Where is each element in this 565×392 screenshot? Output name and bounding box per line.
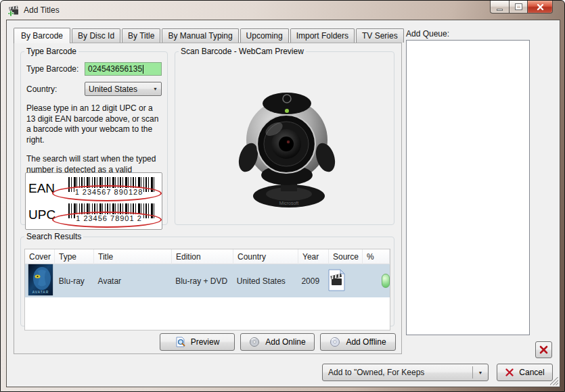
- search-results-group: Search Results Cover Type Title Edition …: [20, 232, 394, 326]
- result-type: Blu-ray: [55, 276, 94, 286]
- window-title: Add Titles: [24, 5, 60, 15]
- tab-tv-series[interactable]: TV Series: [356, 28, 404, 43]
- red-x-icon: [539, 345, 549, 355]
- add-online-icon: [249, 337, 261, 347]
- window-controls: [490, 1, 553, 14]
- tabstrip: By Barcode By Disc Id By Title By Manual…: [14, 28, 405, 43]
- tab-by-disc-id[interactable]: By Disc Id: [72, 28, 120, 43]
- add-offline-button-label: Add Offline: [346, 337, 386, 347]
- cancel-x-icon: [505, 368, 514, 377]
- movie-source-icon: [327, 269, 346, 291]
- add-to-list-label: Add to "Owned, For Keeps: [323, 368, 472, 377]
- type-barcode-group: Type Barcode Type Barcode: 024543656135 …: [20, 47, 168, 225]
- tab-import-folders[interactable]: Import Folders: [290, 28, 355, 43]
- search-results-list: Cover Type Title Edition Country Year So…: [24, 249, 390, 330]
- webcam-preview-group: Scan Barcode - WebCam Preview: [175, 47, 394, 225]
- resize-grip[interactable]: [550, 377, 558, 385]
- webcam-group-title: Scan Barcode - WebCam Preview: [179, 47, 306, 56]
- result-title: Avatar: [94, 276, 172, 286]
- chevron-down-icon: ▼: [153, 87, 158, 91]
- type-barcode-group-title: Type Barcode: [24, 47, 78, 56]
- add-queue-label: Add Queue:: [406, 29, 449, 39]
- maximize-icon: [516, 4, 522, 9]
- barcode-field-label: Type Barcode:: [26, 64, 85, 74]
- tab-by-title[interactable]: By Title: [122, 28, 160, 43]
- add-online-button[interactable]: Add Online: [240, 333, 315, 351]
- add-titles-window: Add Titles By Barcode By Disc Id By Titl…: [0, 0, 565, 392]
- close-icon: [537, 3, 544, 11]
- barcode-input[interactable]: 024543656135: [85, 62, 162, 76]
- column-header-cover[interactable]: Cover: [25, 249, 55, 264]
- add-offline-button[interactable]: Add Offline: [320, 333, 396, 351]
- upc-highlight-ellipse: [52, 212, 162, 228]
- result-year: 2009: [297, 276, 327, 286]
- country-select-value: United States: [89, 84, 137, 94]
- minimize-icon: [497, 9, 503, 11]
- webcam-brand-text: Microsoft: [279, 201, 298, 205]
- result-row-avatar[interactable]: AVATAR Blu-ray Avatar Blu-ray + DVD Unit…: [25, 264, 390, 297]
- add-offline-icon: [330, 337, 341, 347]
- ean-highlight-ellipse: [52, 185, 162, 201]
- avatar-cover-art: AVATAR: [28, 264, 53, 295]
- cancel-button[interactable]: Cancel: [497, 364, 553, 381]
- dialog-client-area: By Barcode By Disc Id By Title By Manual…: [6, 20, 560, 387]
- column-header-title[interactable]: Title: [94, 249, 172, 264]
- result-edition: Blu-ray + DVD: [171, 276, 233, 286]
- close-button[interactable]: [528, 1, 553, 14]
- column-header-country[interactable]: Country: [233, 249, 298, 264]
- tab-upcoming[interactable]: Upcoming: [240, 28, 289, 43]
- column-header-type[interactable]: Type: [55, 249, 94, 264]
- results-header-row: Cover Type Title Edition Country Year So…: [25, 249, 390, 264]
- add-queue-list[interactable]: [406, 40, 530, 335]
- chevron-down-icon[interactable]: ▼: [473, 370, 488, 375]
- column-header-edition[interactable]: Edition: [172, 249, 233, 264]
- column-header-year[interactable]: Year: [298, 249, 329, 264]
- country-select[interactable]: United States ▼: [85, 82, 162, 96]
- preview-button-label: Preview: [191, 337, 220, 347]
- webcam-photo: Microsoft: [229, 90, 344, 212]
- remove-from-queue-button[interactable]: [535, 341, 552, 358]
- minimize-button[interactable]: [490, 1, 510, 14]
- add-online-button-label: Add Online: [265, 337, 305, 347]
- tab-panel-by-barcode: Type Barcode Type Barcode: 024543656135 …: [14, 43, 402, 354]
- match-quality-indicator: [382, 274, 390, 288]
- titlebar[interactable]: Add Titles: [1, 1, 564, 20]
- add-to-list-button[interactable]: Add to "Owned, For Keeps ▼: [322, 364, 489, 381]
- text-caret: [143, 65, 143, 74]
- barcode-sample-image: EAN 1 234567 890128 UPC 1 23456 78901 2: [25, 172, 162, 230]
- tab-by-manual-typing[interactable]: By Manual Typing: [162, 28, 238, 43]
- barcode-input-value: 024543656135: [88, 64, 142, 74]
- column-header-source[interactable]: Source: [329, 249, 363, 264]
- cancel-button-label: Cancel: [519, 368, 544, 377]
- avatar-cover-title-text: AVATAR: [32, 290, 49, 294]
- preview-icon: [175, 337, 186, 347]
- result-country: United States: [233, 276, 298, 286]
- app-clapperboard-icon: [7, 4, 20, 16]
- tab-by-barcode[interactable]: By Barcode: [14, 28, 70, 43]
- column-header-percent[interactable]: %: [363, 249, 390, 264]
- search-results-title: Search Results: [24, 232, 83, 241]
- maximize-button[interactable]: [510, 1, 528, 14]
- barcode-instructions-1: Please type in an 12 digit UPC or a 13 d…: [26, 103, 160, 145]
- country-field-label: Country:: [26, 84, 85, 94]
- preview-button[interactable]: Preview: [160, 333, 235, 351]
